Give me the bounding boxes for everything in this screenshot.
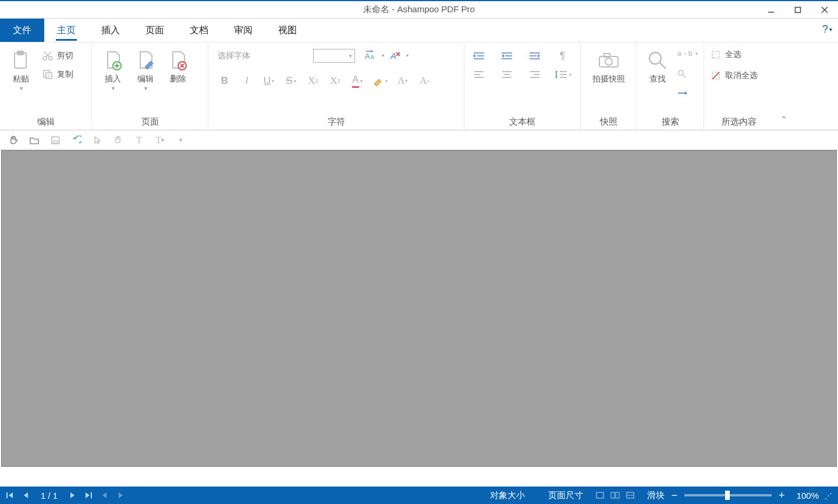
ribbon: 粘贴 ▾ 剪切 A 复制 编辑 插入 ▾ xyxy=(0,42,838,130)
svg-text:A: A xyxy=(47,74,50,78)
first-page-button[interactable] xyxy=(6,492,14,499)
goto-button[interactable] xyxy=(675,89,700,97)
group-font: 选择字体 ▾ Aa▾ A▾ B I U▾ S▾ X2 X2 A▾ ▾ A+ A−… xyxy=(208,42,464,130)
zoom-slider[interactable] xyxy=(684,494,772,496)
search-icon xyxy=(647,48,668,72)
strikethrough-button[interactable]: S▾ xyxy=(284,74,298,88)
tab-insert[interactable]: 插入 xyxy=(88,19,133,42)
indent-decrease-button[interactable] xyxy=(470,49,488,62)
tab-file[interactable]: 文件 xyxy=(0,19,44,42)
add-text-button[interactable]: T+ xyxy=(154,134,166,147)
group-page-label: 页面 xyxy=(97,113,203,130)
paste-button[interactable]: 粘贴 ▾ xyxy=(5,46,37,91)
group-textbox-label: 文本框 xyxy=(469,113,576,130)
copy-button[interactable]: A 复制 xyxy=(40,68,76,81)
open-button[interactable] xyxy=(28,134,41,147)
collapse-ribbon-button[interactable]: ⌃ xyxy=(774,42,794,130)
page-indicator: 1 / 1 xyxy=(41,491,58,501)
view-mode-1-button[interactable] xyxy=(595,491,605,499)
svg-line-50 xyxy=(683,74,686,77)
next-page-button[interactable] xyxy=(69,492,76,499)
group-page: 插入 ▾ 编辑 ▾ 删除 页面 xyxy=(92,42,208,130)
shrink-font-button[interactable]: A− xyxy=(418,74,432,88)
subscript-button[interactable]: X2 xyxy=(306,74,320,88)
tab-home[interactable]: 主页 xyxy=(44,19,88,42)
group-search: 查找 a→b▾ 搜索 xyxy=(637,42,704,130)
tab-document[interactable]: 文档 xyxy=(177,19,221,42)
zoom-percent[interactable]: 100% xyxy=(797,491,819,501)
insert-page-button[interactable]: 插入 ▾ xyxy=(97,46,129,91)
search-small-icon xyxy=(677,69,687,79)
align-right-button[interactable] xyxy=(526,68,544,81)
zoom-in-button[interactable]: + xyxy=(779,489,785,502)
help-button[interactable]: ?▾ xyxy=(822,23,832,36)
svg-point-49 xyxy=(679,70,683,75)
text-tool-button[interactable]: T xyxy=(133,134,145,147)
tab-strip: 文件 主页 插入 页面 文档 审阅 视图 ?▾ xyxy=(0,19,838,42)
copy-icon: A xyxy=(42,69,54,80)
last-page-button[interactable] xyxy=(84,492,93,499)
page-size-label: 页面尺寸 xyxy=(548,490,583,501)
deselect-button[interactable]: 取消全选 xyxy=(709,69,760,82)
edit-page-button[interactable]: 编辑 ▾ xyxy=(129,46,162,91)
find-next-button[interactable] xyxy=(675,68,700,80)
qat-more-button[interactable]: ▾ xyxy=(175,134,187,147)
resize-grip-icon[interactable]: ⋰ xyxy=(825,491,832,500)
tab-page[interactable]: 页面 xyxy=(133,19,177,42)
zoom-slider-label: 滑块 xyxy=(647,490,665,501)
prev-view-button[interactable] xyxy=(101,492,109,499)
grow-font-button[interactable]: A+ xyxy=(396,74,410,88)
delete-page-button[interactable]: 删除 xyxy=(162,46,194,84)
title-bar: 未命名 - Ashampoo PDF Pro xyxy=(0,0,838,19)
svg-rect-60 xyxy=(616,492,619,498)
document-area[interactable] xyxy=(1,150,837,467)
svg-text:A: A xyxy=(390,51,396,61)
cut-button[interactable]: 剪切 xyxy=(40,49,76,62)
align-left-button[interactable] xyxy=(470,68,488,81)
pilcrow-button[interactable]: ¶ xyxy=(554,49,571,62)
tab-review[interactable]: 审阅 xyxy=(221,19,265,42)
underline-button[interactable]: U▾ xyxy=(262,74,276,88)
font-size-input[interactable]: ▾ xyxy=(313,49,355,63)
paste-icon xyxy=(11,48,31,72)
save-button[interactable] xyxy=(49,134,62,147)
italic-button[interactable]: I xyxy=(240,74,254,88)
object-size-label: 对象大小 xyxy=(490,490,525,501)
deselect-icon xyxy=(711,71,722,80)
chevron-down-icon: ▾ xyxy=(20,85,23,91)
arrow-right-icon xyxy=(677,90,688,96)
align-center-button[interactable] xyxy=(498,68,516,81)
select-all-button[interactable]: 全选 xyxy=(709,48,760,61)
zoom-out-button[interactable]: − xyxy=(672,489,678,502)
prev-page-button[interactable] xyxy=(22,492,29,499)
indent-increase-button[interactable] xyxy=(498,49,516,62)
find-button[interactable]: 查找 xyxy=(641,46,674,84)
svg-line-48 xyxy=(660,63,666,69)
view-mode-3-button[interactable] xyxy=(625,491,635,499)
snapshot-button[interactable]: 拍摄快照 xyxy=(589,46,628,84)
quick-access-toolbar: T T+ ▾ xyxy=(0,130,838,150)
replace-button[interactable]: a→b▾ xyxy=(675,48,700,59)
hanging-indent-button[interactable] xyxy=(526,49,544,62)
line-spacing-button[interactable]: ▾ xyxy=(554,68,571,81)
window-title: 未命名 - Ashampoo PDF Pro xyxy=(0,4,838,15)
clear-format-button[interactable]: A▾ xyxy=(386,48,404,63)
highlight-button[interactable]: ▾ xyxy=(372,74,388,88)
svg-rect-55 xyxy=(54,141,58,143)
pan-tool-button[interactable] xyxy=(112,134,125,147)
group-snapshot-label: 快照 xyxy=(585,113,631,130)
bold-button[interactable]: B xyxy=(218,74,232,88)
next-view-button[interactable] xyxy=(117,492,125,499)
hand-tool-button[interactable] xyxy=(7,134,20,147)
font-color-button[interactable]: A▾ xyxy=(350,74,364,88)
superscript-button[interactable]: X2 xyxy=(328,74,342,88)
change-case-button[interactable]: Aa▾ xyxy=(362,48,379,63)
view-mode-2-button[interactable] xyxy=(610,491,620,499)
svg-line-54 xyxy=(712,72,719,79)
tab-view[interactable]: 视图 xyxy=(265,19,310,42)
pointer-tool-button[interactable] xyxy=(91,134,104,147)
chevron-down-icon: ▾ xyxy=(144,85,147,91)
svg-text:a: a xyxy=(371,54,374,60)
group-snapshot: 拍摄快照 快照 xyxy=(581,42,637,130)
undo-button[interactable] xyxy=(70,134,83,147)
